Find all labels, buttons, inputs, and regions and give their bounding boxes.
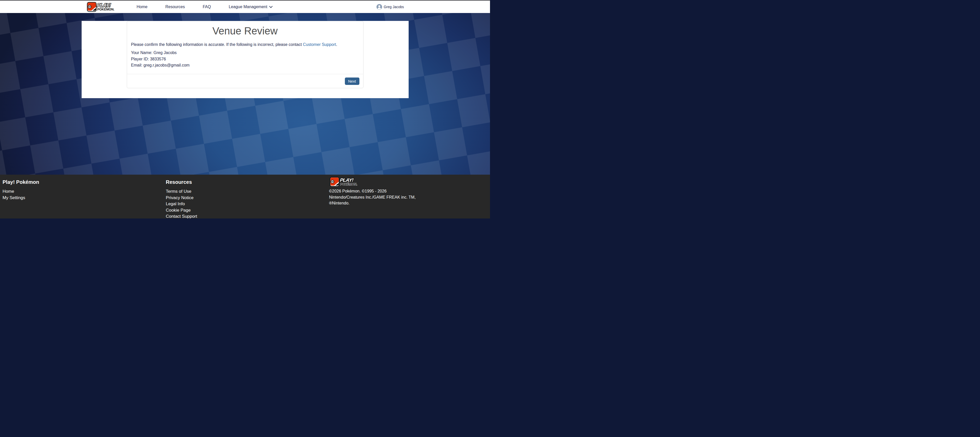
main-nav: Home Resources FAQ League Management: [137, 5, 273, 9]
footer-col-resources: Resources Terms of Use Privacy Notice Le…: [166, 179, 329, 218]
customer-support-link[interactable]: Customer Support: [303, 42, 336, 47]
footer-col-legal: PLAY! POKÉMON. ©2026 Pokémon. ©1995 - 20…: [329, 177, 415, 218]
play-pokemon-logo-icon: PLAY! POKÉMON.: [86, 2, 125, 12]
copyright-line-2: Nintendo/Creatures Inc./GAME FREAK inc. …: [329, 194, 415, 200]
nav-link-league-management-label: League Management: [229, 5, 267, 9]
nav-link-league-management[interactable]: League Management: [229, 5, 273, 9]
nav-link-home-label: Home: [137, 5, 148, 9]
footer-link-contact-support[interactable]: Contact Support: [166, 213, 329, 218]
content-card: Venue Review Please confirm the followin…: [82, 21, 409, 98]
nav-link-faq-label: FAQ: [203, 5, 211, 9]
copyright-text: ©2026 Pokémon. ©1995 - 2026 Nintendo/Cre…: [329, 188, 415, 206]
intro-text: Please confirm the following information…: [131, 41, 359, 48]
info-your-name: Your Name: Greg Jacobs: [131, 50, 359, 56]
footer-heading-resources: Resources: [166, 179, 329, 185]
info-player-id: Player ID: 3833576: [131, 56, 359, 62]
footer-col-play-pokemon: Play! Pokémon Home My Settings: [3, 179, 166, 218]
svg-text:PLAY!: PLAY!: [340, 177, 354, 183]
svg-text:PLAY!: PLAY!: [97, 2, 111, 8]
panel-body: Venue Review Please confirm the followin…: [127, 21, 363, 74]
chevron-down-icon: [269, 6, 273, 8]
user-name: Greg Jacobs: [383, 5, 404, 9]
main-content: Venue Review Please confirm the followin…: [0, 13, 490, 175]
venue-review-panel: Venue Review Please confirm the followin…: [127, 21, 363, 88]
copyright-line-3: ®Nintendo.: [329, 200, 415, 206]
user-menu[interactable]: Greg Jacobs: [377, 4, 404, 10]
page-footer: Play! Pokémon Home My Settings Resources…: [0, 175, 490, 218]
top-navbar: PLAY! POKÉMON. Home Resources FAQ League…: [0, 0, 490, 13]
intro-prefix: Please confirm the following information…: [131, 42, 303, 47]
nav-link-resources[interactable]: Resources: [165, 5, 185, 9]
nav-link-faq[interactable]: FAQ: [203, 5, 211, 9]
nav-link-home[interactable]: Home: [137, 5, 148, 9]
nav-link-resources-label: Resources: [165, 5, 185, 9]
svg-text:POKÉMON.: POKÉMON.: [97, 7, 114, 11]
footer-heading-play-pokemon: Play! Pokémon: [3, 179, 166, 185]
intro-suffix: .: [336, 42, 337, 47]
page-title: Venue Review: [131, 25, 359, 37]
info-email: Email: greg.r.jacobs@gmail.com: [131, 62, 359, 68]
user-avatar-icon: [377, 4, 382, 10]
footer-link-cookie-page[interactable]: Cookie Page: [166, 207, 329, 214]
next-button[interactable]: Next: [345, 78, 360, 85]
footer-link-home[interactable]: Home: [3, 188, 166, 195]
svg-text:POKÉMON.: POKÉMON.: [340, 182, 357, 186]
footer-play-pokemon-logo-icon: PLAY! POKÉMON.: [329, 177, 368, 187]
panel-footer: Next: [127, 74, 363, 88]
footer-link-privacy-notice[interactable]: Privacy Notice: [166, 195, 329, 201]
footer-link-legal-info[interactable]: Legal Info: [166, 201, 329, 207]
navbar-container: PLAY! POKÉMON. Home Resources FAQ League…: [80, 2, 410, 12]
copyright-line-1: ©2026 Pokémon. ©1995 - 2026: [329, 188, 415, 194]
footer-link-my-settings[interactable]: My Settings: [3, 195, 166, 201]
footer-link-terms-of-use[interactable]: Terms of Use: [166, 188, 329, 195]
brand-logo[interactable]: PLAY! POKÉMON.: [86, 2, 125, 12]
